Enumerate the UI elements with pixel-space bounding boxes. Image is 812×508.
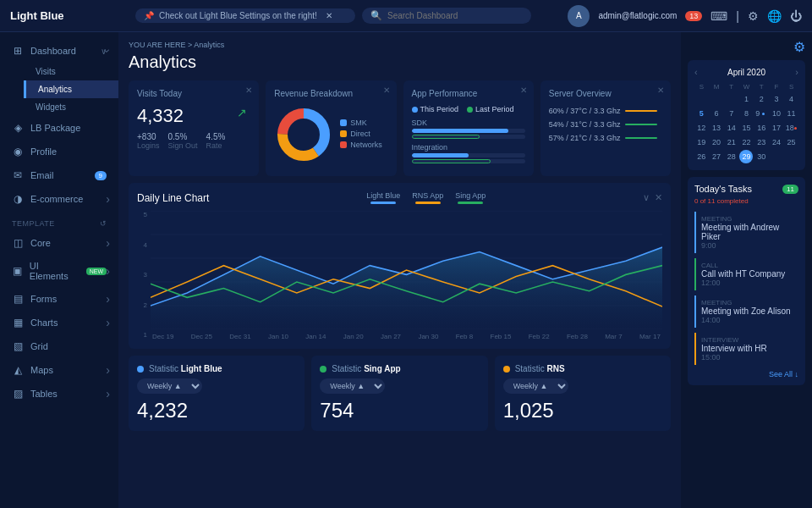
cal-day-1[interactable]: 1 bbox=[739, 92, 753, 106]
settings-gear[interactable]: ⚙ bbox=[688, 39, 805, 55]
cal-day-25[interactable]: 25 bbox=[785, 135, 798, 149]
email-badge: 9 bbox=[95, 171, 107, 180]
cal-day-2[interactable]: 2 bbox=[754, 92, 768, 106]
cal-day-21[interactable]: 21 bbox=[725, 135, 738, 149]
lb-period-select[interactable]: Weekly ▲ Monthly Yearly bbox=[137, 378, 202, 394]
sidebar-item-widgets[interactable]: Widgets bbox=[24, 98, 118, 116]
cal-next-btn[interactable]: › bbox=[795, 67, 798, 77]
topbar-notification[interactable]: 📌 Check out Light Blue Settings on the r… bbox=[135, 8, 355, 23]
search-bar[interactable]: 🔍 bbox=[362, 8, 531, 24]
cal-day-5[interactable]: 5 bbox=[694, 107, 708, 120]
cal-day-19[interactable]: 19 bbox=[694, 135, 708, 149]
sidebar-item-lb-package[interactable]: ◈ LB Package bbox=[0, 116, 118, 140]
revenue-close-btn[interactable]: ✕ bbox=[383, 86, 390, 95]
donut-chart-container: SMK Direct Networks bbox=[274, 105, 387, 164]
revenue-card: Revenue Breakdown ✕ bbox=[266, 80, 396, 176]
cal-day-11[interactable]: 11 bbox=[785, 107, 798, 120]
rns-line bbox=[415, 202, 441, 204]
cal-prev-btn[interactable]: ‹ bbox=[694, 67, 698, 77]
stat-rns: Statistic RNS Weekly ▲ Monthly Yearly 1,… bbox=[495, 356, 671, 431]
sidebar-item-dashboard[interactable]: ⊞ Dashboard ∨ bbox=[0, 39, 118, 63]
cal-day-20[interactable]: 20 bbox=[710, 135, 723, 149]
server-close-btn[interactable]: ✕ bbox=[657, 86, 664, 95]
rns-period-select[interactable]: Weekly ▲ Monthly Yearly bbox=[503, 378, 568, 394]
core-icon: ◫ bbox=[12, 237, 24, 249]
visits-close-btn[interactable]: ✕ bbox=[245, 86, 252, 95]
keyboard-icon[interactable]: ⌨ bbox=[710, 9, 727, 23]
cal-day-24[interactable]: 24 bbox=[770, 135, 783, 149]
legend-rns-app: RNS App bbox=[412, 191, 443, 204]
notification-icon: 📌 bbox=[144, 11, 154, 20]
sidebar-item-forms[interactable]: ▤ Forms bbox=[0, 287, 118, 311]
cal-day-8[interactable]: 8 bbox=[739, 107, 753, 120]
admin-email: admin@flatlogic.com bbox=[598, 11, 677, 20]
server-line-2 bbox=[625, 124, 657, 125]
sidebar-item-email[interactable]: ✉ Email 9 bbox=[0, 163, 118, 187]
cal-day-22[interactable]: 22 bbox=[739, 135, 753, 149]
cal-day-27[interactable]: 27 bbox=[710, 150, 723, 163]
chart-close-btn[interactable]: ✕ bbox=[655, 192, 662, 203]
light-blue-line bbox=[370, 202, 396, 204]
sidebar-item-grid[interactable]: ▧ Grid bbox=[0, 334, 118, 358]
sidebar-item-visits[interactable]: Visits bbox=[24, 63, 118, 80]
sidebar-item-analytics[interactable]: Analytics bbox=[24, 80, 118, 98]
breadcrumb: YOU ARE HERE > Analytics bbox=[129, 41, 671, 49]
sing-period-select[interactable]: Weekly ▲ Monthly Yearly bbox=[320, 378, 385, 394]
integration-bar-row: Integration bbox=[412, 143, 525, 163]
performance-close-btn[interactable]: ✕ bbox=[520, 86, 527, 95]
main-content: YOU ARE HERE > Analytics Analytics Visit… bbox=[118, 32, 681, 508]
server-overview-card: Server Overview ✕ 60% / 37°C / 3.3 Ghz 5… bbox=[540, 80, 671, 176]
cal-day-29[interactable]: 29 bbox=[739, 150, 753, 163]
collapse-btn[interactable]: ∨ bbox=[643, 192, 650, 203]
sing-dot bbox=[320, 366, 326, 373]
sidebar-sub-dashboard: Visits Analytics Widgets bbox=[0, 63, 118, 116]
cal-day-6[interactable]: 6 bbox=[710, 107, 723, 120]
sidebar-item-ui-elements[interactable]: ▣ UI Elements NEW bbox=[0, 255, 118, 287]
stat-sing-app: Statistic Sing App Weekly ▲ Monthly Year… bbox=[311, 356, 487, 431]
sidebar-item-core[interactable]: ◫ Core bbox=[0, 231, 118, 255]
see-all-btn[interactable]: See All ↓ bbox=[694, 370, 798, 378]
performance-title: App Performance bbox=[412, 89, 525, 98]
gear-icon[interactable]: ⚙ bbox=[793, 40, 805, 54]
sidebar-item-charts[interactable]: ▦ Charts bbox=[0, 311, 118, 334]
networks-dot bbox=[340, 141, 347, 148]
cal-day-18[interactable]: 18 bbox=[785, 121, 798, 135]
ui-label: UI Elements bbox=[30, 261, 76, 281]
power-icon[interactable]: ⏻ bbox=[790, 9, 802, 23]
refresh-icon[interactable]: ↺ bbox=[100, 219, 107, 228]
cal-day-26[interactable]: 26 bbox=[694, 150, 708, 163]
calendar-header: ‹ April 2020 › bbox=[694, 67, 798, 77]
cal-day-12[interactable]: 12 bbox=[694, 121, 708, 135]
cal-day-23[interactable]: 23 bbox=[754, 135, 768, 149]
breadcrumb-prefix: YOU ARE HERE > bbox=[129, 41, 192, 49]
cal-day-28[interactable]: 28 bbox=[725, 150, 738, 163]
cal-day-15[interactable]: 15 bbox=[739, 121, 753, 135]
notification-close[interactable]: ✕ bbox=[326, 11, 332, 20]
cal-day-4[interactable]: 4 bbox=[785, 92, 798, 106]
cal-day-10[interactable]: 10 bbox=[770, 107, 783, 120]
cal-day-30[interactable]: 30 bbox=[754, 150, 768, 163]
topbar-icons: A admin@flatlogic.com 13 ⌨ | ⚙ 🌐 ⏻ bbox=[568, 5, 802, 27]
sidebar-item-tables[interactable]: ▨ Tables bbox=[0, 382, 118, 406]
sidebar-item-profile[interactable]: ◉ Profile bbox=[0, 140, 118, 163]
search-input[interactable] bbox=[387, 11, 523, 20]
cal-day-14[interactable]: 14 bbox=[725, 121, 738, 135]
cal-day-9[interactable]: 9 bbox=[754, 107, 768, 120]
chevron-down-icon: ∨ bbox=[101, 47, 107, 56]
cal-day-17[interactable]: 17 bbox=[770, 121, 783, 135]
tasks-header: Today's Tasks 11 bbox=[694, 184, 798, 194]
cal-day-7[interactable]: 7 bbox=[725, 107, 738, 120]
cal-day-13[interactable]: 13 bbox=[710, 121, 723, 135]
bottom-stats-row: Statistic Light Blue Weekly ▲ Monthly Ye… bbox=[129, 356, 671, 431]
visits-footer: +830 Logins 0.5% Sign Out 4.5% Rate bbox=[137, 132, 250, 150]
this-period-dot bbox=[412, 107, 418, 113]
last-period-legend: Last Period bbox=[467, 105, 514, 113]
sidebar-item-ecommerce[interactable]: ◑ E-commerce bbox=[0, 187, 118, 211]
settings-icon[interactable]: ⚙ bbox=[748, 9, 759, 23]
maps-icon: ◭ bbox=[12, 364, 24, 376]
cal-day-3[interactable]: 3 bbox=[770, 92, 783, 106]
sidebar-item-maps[interactable]: ◭ Maps bbox=[0, 358, 118, 382]
globe-icon[interactable]: 🌐 bbox=[767, 9, 782, 23]
tables-icon: ▨ bbox=[12, 388, 24, 400]
cal-day-16[interactable]: 16 bbox=[754, 121, 768, 135]
